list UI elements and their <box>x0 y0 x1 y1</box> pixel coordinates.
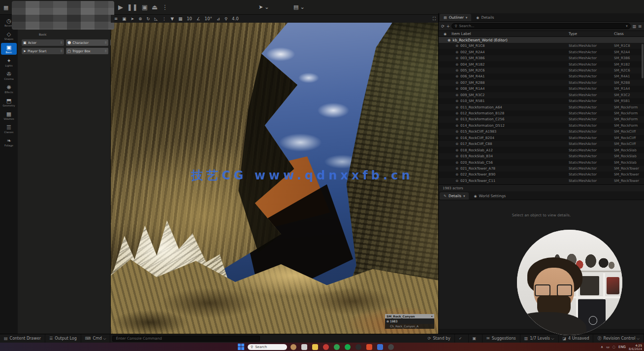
tab-details-top[interactable]: ◉ Details <box>472 14 498 21</box>
outliner-search-input[interactable]: ⚲ Search... ▾ <box>451 23 630 29</box>
drag-grip-icon[interactable]: ⠿ <box>61 49 63 53</box>
tray-chevron-icon[interactable]: ∧ <box>601 345 603 349</box>
outliner-row[interactable]: ⊚ 001_SM_R1C8 StaticMeshActor SM_R1C8 <box>439 43 644 49</box>
outliner-row[interactable]: ⊚ 020_RockSlab_C56 StaticMeshActor SM_Ro… <box>439 159 644 165</box>
tab-outliner[interactable]: ▤ Outliner ▾ <box>440 14 471 21</box>
place-category-tab[interactable]: ✦ Lights <box>1 56 17 68</box>
viewport-tool-icon[interactable]: ▦ <box>178 15 182 23</box>
place-category-tab[interactable]: ◇ Shapes <box>1 30 17 41</box>
status-bar-button[interactable]: ▥ 1/7 Levels ⌵ <box>520 334 559 343</box>
taskbar-app-icon[interactable] <box>377 344 383 350</box>
item-label-column[interactable]: Item Label <box>451 32 569 36</box>
taskbar-app-icon[interactable] <box>355 344 361 350</box>
outliner-world-row[interactable]: ⊕ kb_RockDesert_World (Editor) <box>439 37 644 43</box>
outliner-row[interactable]: ⊚ 017_RockCliff_C88 StaticMeshActor SM_R… <box>439 141 644 147</box>
viewport-tool-icon[interactable]: ➤ <box>130 15 134 23</box>
outliner-row[interactable]: ⊚ 012_Rockformation_B128 StaticMeshActor… <box>439 110 644 116</box>
taskbar-search[interactable]: ⚲ Search <box>248 344 287 350</box>
status-bar-button[interactable]: ⟳ Stand by <box>423 334 454 343</box>
place-category-tab[interactable]: ▦ Volumes <box>1 109 17 121</box>
outliner-row[interactable]: ⊚ 007_SM_R2B8 StaticMeshActor SM_R2B8 <box>439 80 644 86</box>
place-category-tab[interactable]: ▣ Basic <box>1 43 17 55</box>
play-control-button[interactable]: ▣ <box>142 2 148 13</box>
status-bar-button[interactable]: ✉ Suggestions <box>483 334 520 343</box>
taskbar-app-icon[interactable] <box>345 344 351 350</box>
place-category-tab[interactable]: ❋ Effects <box>1 83 17 95</box>
outliner-row[interactable]: ⊚ 014_Rockformation_D512 StaticMeshActor… <box>439 123 644 129</box>
level-viewport[interactable]: ≡▣➤⊕↻◺⋮▼▦10∠10°⊿⚲4.0 ⛶ SM_Rock_Canyon • … <box>111 15 438 334</box>
outliner-row[interactable]: ⊚ 006_SM_R4A1 StaticMeshActor SM_R4A1 <box>439 73 644 79</box>
viewport-tool-icon[interactable]: ▼ <box>171 15 174 23</box>
outliner-settings-icon[interactable]: ⊞ <box>638 24 642 29</box>
drag-grip-icon[interactable]: ⠿ <box>105 41 107 44</box>
place-actor-button[interactable]: ▣ Actor ⠿ <box>22 39 64 46</box>
console-command-input[interactable]: Enter Console Command <box>112 336 260 342</box>
chevron-down-icon[interactable]: ▾ <box>626 24 628 28</box>
outliner-row[interactable]: ⊚ 022_RockTower_B90 StaticMeshActor SM_R… <box>439 172 644 177</box>
status-bar-button[interactable]: ◪ 4 Unsaved <box>559 334 594 343</box>
filter-icon[interactable]: ▥ <box>633 24 637 29</box>
outliner-scrollbar[interactable] <box>642 44 644 78</box>
place-category-tab[interactable]: ⬒ Geometry <box>1 96 17 108</box>
refresh-icon[interactable]: ⟳ <box>441 24 445 29</box>
outliner-row[interactable]: ⊚ 019_RockSlab_B34 StaticMeshActor SM_Ro… <box>439 153 644 159</box>
tab-details[interactable]: ✎ Details ▾ <box>440 192 469 200</box>
play-control-button[interactable]: ▶ <box>118 2 123 13</box>
selection-mode-dropdown[interactable]: ➤ ⌄ <box>258 4 269 10</box>
tray-sound-icon[interactable]: ◌ <box>612 345 615 349</box>
taskbar-app-icon[interactable] <box>366 344 372 350</box>
type-column[interactable]: Type <box>569 32 614 36</box>
tray-display-icon[interactable]: ▭ <box>606 345 610 349</box>
viewport-tool-icon[interactable]: ↻ <box>146 15 150 23</box>
layout-mode-dropdown[interactable]: ▤ ⌄ <box>293 4 305 10</box>
viewport-tool-icon[interactable]: ⊿ <box>217 15 220 23</box>
status-bar-button[interactable]: ☰ Output Log <box>45 334 81 343</box>
chevron-down-icon[interactable]: ▾ <box>466 16 468 20</box>
status-bar-button[interactable]: ⌨ Cmd ⌵ <box>81 334 111 343</box>
menu-grid-icon[interactable]: ▦ <box>3 4 8 11</box>
outliner-row[interactable]: ⊚ 004_SM_R1B2 StaticMeshActor SM_R1B2 <box>439 61 644 67</box>
status-bar-button[interactable]: ▤ Content Drawer <box>0 334 45 343</box>
place-category-tab[interactable]: ✇ Cinema <box>1 70 17 81</box>
tab-world-settings[interactable]: ◉ World Settings <box>470 192 510 200</box>
place-actor-button[interactable]: ▢ Trigger Box ⠿ <box>66 48 108 54</box>
taskbar-app-icon[interactable] <box>312 344 318 350</box>
viewport-tool-icon[interactable]: ∠ <box>196 15 200 23</box>
taskbar-app-icon[interactable] <box>334 344 340 350</box>
drag-grip-icon[interactable]: ⠿ <box>61 41 63 44</box>
place-category-tab[interactable]: ☰ Classes <box>1 123 17 135</box>
chevron-down-icon[interactable]: ▾ <box>463 194 465 198</box>
play-control-button[interactable]: ❚❚ <box>127 2 138 13</box>
outliner-row[interactable]: ⊚ 011_Rockformation_A64 StaticMeshActor … <box>439 104 644 110</box>
taskbar-app-icon[interactable] <box>290 344 296 350</box>
place-actor-button[interactable]: ➤ Player Start ⠿ <box>22 48 64 54</box>
class-column[interactable]: Class <box>614 32 642 36</box>
play-control-button[interactable]: ⏏ <box>152 2 158 13</box>
outliner-row[interactable]: ⊚ 002_SM_R2A4 StaticMeshActor SM_R2A4 <box>439 49 644 55</box>
outliner-row[interactable]: ⊚ 009_SM_R3C2 StaticMeshActor SM_R3C2 <box>439 92 644 98</box>
outliner-row[interactable]: ⊚ 010_SM_R5B1 StaticMeshActor SM_R5B1 <box>439 98 644 104</box>
viewport-tool-icon[interactable]: 10 <box>187 15 192 23</box>
outliner-row[interactable]: ⊚ 013_Rockformation_C256 StaticMeshActor… <box>439 116 644 122</box>
outliner-row[interactable]: ⊚ 023_RockTower_C11 StaticMeshActor SM_R… <box>439 178 644 184</box>
viewport-tool-icon[interactable]: 10° <box>205 15 212 23</box>
status-bar-button[interactable]: ▣ <box>469 334 483 343</box>
place-category-tab[interactable]: ❧ Foliage <box>1 136 17 148</box>
outliner-row[interactable]: ⊚ 018_RockSlab_A12 StaticMeshActor SM_Ro… <box>439 147 644 153</box>
status-bar-button[interactable]: ✓ <box>455 334 469 343</box>
add-icon[interactable]: + <box>447 24 450 29</box>
status-bar-button[interactable]: Ⓟ Revision Control ⌵ <box>593 334 644 343</box>
viewport-tool-icon[interactable]: ⋮ <box>162 15 166 23</box>
visibility-column-icon[interactable]: ◉ <box>439 32 451 36</box>
tray-language-label[interactable]: ENG <box>618 345 626 349</box>
taskbar-app-icon[interactable] <box>323 344 329 350</box>
start-button[interactable] <box>238 344 244 350</box>
outliner-row[interactable]: ⊚ 016_RockCliff_B204 StaticMeshActor SM_… <box>439 135 644 141</box>
taskbar-app-icon[interactable] <box>388 344 394 350</box>
pin-icon[interactable]: • <box>431 315 433 318</box>
taskbar-app-icon[interactable] <box>301 344 307 350</box>
viewport-tool-icon[interactable]: ▣ <box>122 15 126 23</box>
drag-grip-icon[interactable]: ⠿ <box>105 49 107 53</box>
outliner-row[interactable]: ⊚ 021_RockTower_A78 StaticMeshActor SM_R… <box>439 166 644 172</box>
taskbar-clock[interactable]: 4:25 8/6/2024 <box>629 344 642 351</box>
